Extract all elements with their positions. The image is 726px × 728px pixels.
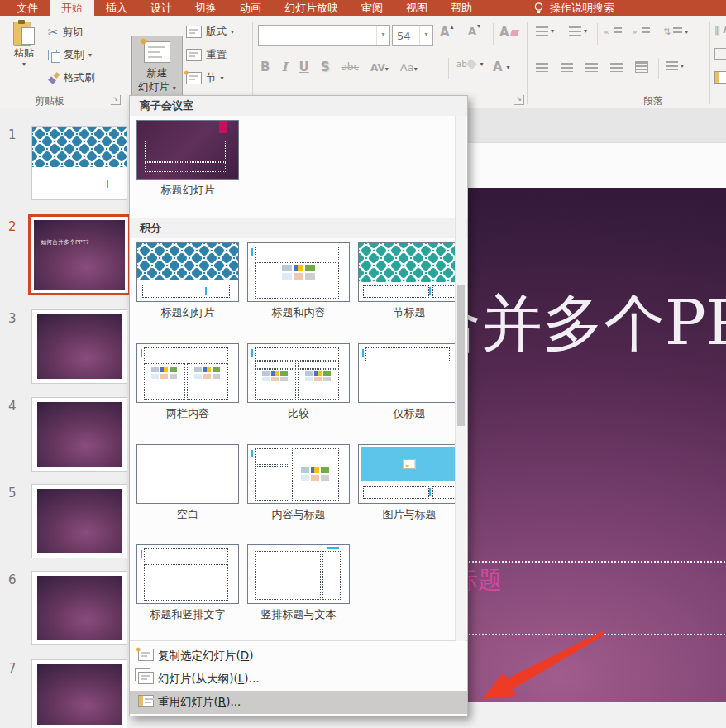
tab-animations[interactable]: 动画 xyxy=(228,0,273,16)
tab-slideshow[interactable]: 幻灯片放映 xyxy=(273,0,350,16)
bullets-icon xyxy=(536,26,548,36)
align-center-button[interactable] xyxy=(561,63,573,72)
line-spacing-button[interactable]: ⇅▾ xyxy=(663,26,688,37)
font-size-combobox[interactable]: 54 ▾ xyxy=(392,25,433,46)
layout-option-vertical-title-and-text[interactable]: 竖排标题与文本 xyxy=(247,544,350,622)
slide-5-thumb[interactable] xyxy=(31,484,127,558)
clipboard-dialog-launcher[interactable]: ↘ xyxy=(111,95,121,105)
convert-smartart-button[interactable] xyxy=(714,71,726,84)
brush-icon xyxy=(48,73,60,84)
align-text-button[interactable] xyxy=(714,48,726,60)
font-name-dropdown-arrow[interactable]: ▾ xyxy=(376,26,389,46)
slide-1-thumb[interactable] xyxy=(31,126,127,200)
layout-option-title-slide[interactable]: 标题幻灯片 xyxy=(136,242,239,320)
menu-item-slides-from-outline[interactable]: 幻灯片(从大纲)(L)... xyxy=(130,668,467,691)
tell-me-search[interactable]: 操作说明搜索 xyxy=(533,0,614,16)
character-spacing-button[interactable]: AV▾ xyxy=(370,61,389,74)
layout-option-section-header[interactable]: 节标题 xyxy=(358,242,461,320)
paste-dropdown-arrow[interactable]: ▾ xyxy=(22,60,26,68)
strikethrough-button[interactable]: abc xyxy=(341,61,359,73)
layout-thumbnail xyxy=(358,444,461,504)
justify-button[interactable] xyxy=(610,63,623,72)
slide-3-thumb[interactable] xyxy=(31,309,127,384)
bullets-button[interactable]: ▾ xyxy=(536,26,554,36)
highlight-button[interactable]: ab ▾ xyxy=(456,60,484,69)
layout-label: 标题幻灯片 xyxy=(136,305,239,320)
slide-2-title-text: 如何合并多个PPT? xyxy=(41,239,88,246)
columns-button[interactable]: ▾ xyxy=(666,61,684,70)
layout-option-title-and-content[interactable]: 标题和内容 xyxy=(247,242,350,320)
reset-icon xyxy=(186,49,202,61)
font-dialog-launcher[interactable]: ↘ xyxy=(514,95,524,105)
paste-button[interactable]: 粘贴 ▾ xyxy=(5,20,43,68)
slide-2-content: 如何合并多个PPT? xyxy=(34,220,125,290)
text-direction-button[interactable]: |||A xyxy=(714,25,726,36)
layout-option-content-with-caption[interactable]: 内容与标题 xyxy=(247,444,350,522)
layout-option-title-and-vertical-text[interactable]: 标题和竖排文字 xyxy=(136,544,239,622)
increase-indent-button[interactable]: » xyxy=(632,26,650,37)
decrease-font-button[interactable]: A▾ xyxy=(468,25,484,37)
bold-button[interactable]: B xyxy=(260,60,270,74)
tab-home[interactable]: 开始 xyxy=(50,0,94,16)
slide-7-content xyxy=(37,664,122,725)
change-case-button[interactable]: Aa▾ xyxy=(400,61,418,74)
layout-option-ion-title-slide[interactable]: 标题幻灯片 xyxy=(136,120,239,198)
line-spacing-icon xyxy=(673,27,682,36)
layout-option-comparison[interactable]: 比较 xyxy=(247,343,350,421)
tab-transitions[interactable]: 切换 xyxy=(184,0,228,16)
section-icon: ✹ xyxy=(186,72,202,84)
picture-area xyxy=(361,447,458,481)
cut-button[interactable]: ✂ 剪切 xyxy=(48,25,84,40)
section-label: 节 xyxy=(206,71,217,85)
font-name-combobox[interactable]: ▾ xyxy=(258,25,390,46)
layout-option-two-content[interactable]: 两栏内容 xyxy=(136,343,239,421)
text-cursor xyxy=(327,547,339,549)
increase-font-button[interactable]: A▴ xyxy=(440,25,457,40)
layout-option-blank[interactable]: 空白 xyxy=(136,444,239,522)
menu-item-reuse-slides[interactable]: 重用幻灯片(R)... xyxy=(130,691,467,714)
layout-icon xyxy=(186,26,202,38)
tab-file[interactable]: 文件 xyxy=(0,0,50,16)
slide-7-thumb[interactable] xyxy=(31,659,127,728)
copy-button[interactable]: 复制 ▾ xyxy=(48,48,92,62)
underline-button[interactable]: U xyxy=(299,60,308,74)
menu-item-duplicate-selected-slides[interactable]: ✹ 复制选定幻灯片(D) xyxy=(130,644,467,668)
slide-2-thumb-selected[interactable]: 如何合并多个PPT? xyxy=(28,214,131,295)
distribute-button[interactable] xyxy=(635,61,648,73)
tab-view[interactable]: 视图 xyxy=(394,0,439,16)
tab-help[interactable]: 帮助 xyxy=(439,0,484,16)
slide-5-content xyxy=(37,489,122,553)
tab-insert[interactable]: 插入 xyxy=(94,0,139,16)
section-button[interactable]: ✹ 节 ▾ xyxy=(186,71,224,85)
decrease-indent-button[interactable]: « xyxy=(604,26,622,37)
font-color-button[interactable]: A ▾ xyxy=(493,60,510,74)
format-painter-button[interactable]: 格式刷 xyxy=(48,71,95,85)
italic-button[interactable]: I xyxy=(281,60,287,74)
layout-label: 版式 xyxy=(206,25,227,39)
layout-thumbnail xyxy=(247,343,350,403)
numbering-button[interactable]: ▾ xyxy=(569,26,587,36)
tab-review[interactable]: 审阅 xyxy=(350,0,394,16)
font-style-buttons: B I U S abc AV▾ Aa▾ xyxy=(260,60,418,74)
reset-button[interactable]: 重置 xyxy=(186,48,227,62)
clear-formatting-button[interactable]: A xyxy=(499,25,518,40)
layout-thumbnail xyxy=(247,242,350,302)
align-left-button[interactable] xyxy=(536,63,548,72)
slide-6-thumb[interactable] xyxy=(31,571,127,645)
slide-4-thumb[interactable] xyxy=(31,397,127,472)
menu-separator xyxy=(130,640,467,641)
small-separator xyxy=(493,23,494,45)
tab-design[interactable]: 设计 xyxy=(139,0,184,16)
menu-scrollbar[interactable] xyxy=(455,116,466,641)
copy-dropdown-arrow[interactable]: ▾ xyxy=(88,51,92,59)
layout-option-picture-with-caption[interactable]: 图片与标题 xyxy=(358,444,461,522)
font-size-dropdown-arrow[interactable]: ▾ xyxy=(419,26,432,46)
layout-button[interactable]: 版式 ▾ xyxy=(186,25,234,39)
columns-icon xyxy=(666,61,678,70)
layout-option-title-only[interactable]: 仅标题 xyxy=(358,343,461,421)
align-right-button[interactable] xyxy=(585,63,598,72)
text-shadow-button[interactable]: S xyxy=(321,60,330,74)
text-cursor xyxy=(107,180,108,188)
menu-scrollbar-thumb[interactable] xyxy=(457,285,465,426)
new-slide-layout-menu: 离子会议室 标题幻灯片 积分 标题幻灯片 xyxy=(129,95,468,716)
